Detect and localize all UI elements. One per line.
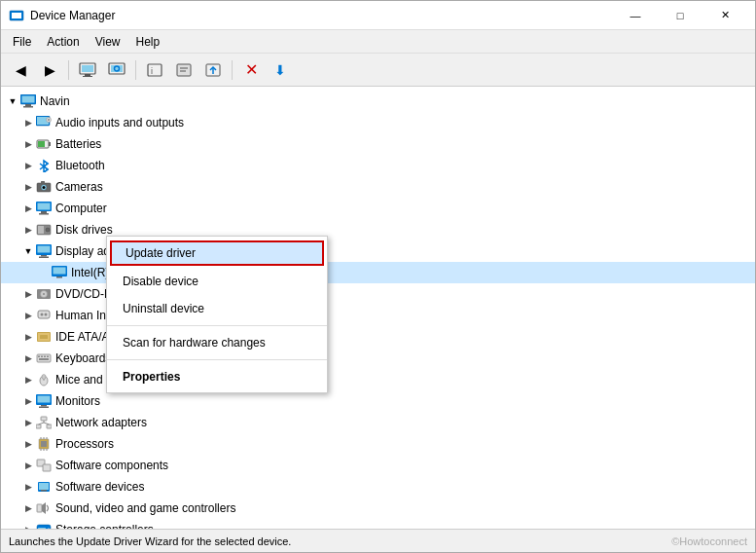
chevron-cameras: ▶ <box>20 179 36 195</box>
tree-audio[interactable]: ▶ Audio inputs and outputs <box>1 112 755 133</box>
title-controls: — □ ✕ <box>613 1 747 30</box>
svg-point-23 <box>48 119 50 121</box>
toolbar-sep3 <box>232 60 233 80</box>
chevron-root: ▼ <box>5 93 20 109</box>
bluetooth-label: Bluetooth <box>55 159 105 172</box>
maximize-button[interactable]: □ <box>658 1 702 30</box>
svg-rect-4 <box>85 74 90 76</box>
svg-rect-19 <box>23 106 33 108</box>
cameras-icon <box>36 179 52 195</box>
sound-icon <box>36 500 52 516</box>
tree-bluetooth[interactable]: ▶ Bluetooth <box>1 155 755 176</box>
svg-rect-41 <box>39 257 49 259</box>
close-button[interactable]: ✕ <box>702 1 747 30</box>
chevron-sound: ▶ <box>20 500 36 516</box>
ctx-properties[interactable]: Properties <box>107 363 327 390</box>
chevron-display: ▼ <box>20 243 36 259</box>
svg-rect-44 <box>56 276 62 278</box>
app-icon <box>9 8 24 23</box>
tree-root[interactable]: ▼ Navin <box>1 91 755 112</box>
svg-line-71 <box>44 423 50 424</box>
display-icon <box>36 243 52 259</box>
tree-batteries[interactable]: ▶ Batteries <box>1 133 755 155</box>
tree-software-comp[interactable]: ▶ Software components <box>1 455 755 476</box>
chevron-bluetooth: ▶ <box>20 158 36 173</box>
chevron-keyboard: ▶ <box>20 350 36 366</box>
menu-help[interactable]: Help <box>128 33 168 51</box>
svg-rect-25 <box>49 142 51 146</box>
toolbar-delete[interactable]: ✕ <box>237 57 265 83</box>
status-text: Launches the Update Driver Wizard for th… <box>9 535 291 547</box>
cameras-label: Cameras <box>55 180 103 194</box>
ctx-disable[interactable]: Disable device <box>107 268 327 295</box>
svg-rect-84 <box>41 490 47 492</box>
chevron-dvd: ▶ <box>20 286 36 302</box>
svg-rect-67 <box>36 424 41 428</box>
toolbar-computer[interactable] <box>74 57 101 83</box>
svg-rect-43 <box>54 268 66 275</box>
chevron-human: ▶ <box>20 308 36 323</box>
title-bar: Device Manager — □ ✕ <box>1 1 755 30</box>
toolbar-scan[interactable] <box>199 57 227 83</box>
toolbar-forward[interactable]: ▶ <box>36 57 63 83</box>
svg-text:i: i <box>151 66 153 76</box>
svg-rect-36 <box>38 226 44 234</box>
toolbar-download[interactable]: ⬇ <box>267 57 294 83</box>
tree-cameras[interactable]: ▶ Cameras <box>1 176 755 198</box>
menu-view[interactable]: View <box>88 33 128 51</box>
ctx-uninstall[interactable]: Uninstall device <box>107 295 327 322</box>
dvd-icon <box>36 286 52 302</box>
svg-rect-53 <box>40 335 48 339</box>
chevron-network: ▶ <box>20 415 36 430</box>
toolbar-sep2 <box>135 60 136 80</box>
software-dev-label: Software devices <box>55 480 144 494</box>
svg-point-49 <box>41 313 44 316</box>
network-icon <box>36 415 52 430</box>
tree-sound[interactable]: ▶ Sound, video and game controllers <box>1 498 755 519</box>
chevron-mice: ▶ <box>20 372 36 387</box>
svg-rect-63 <box>38 396 51 403</box>
ctx-uninstall-label: Uninstall device <box>123 302 204 315</box>
toolbar-update[interactable]: i <box>141 57 168 83</box>
svg-rect-66 <box>41 417 47 421</box>
ctx-update-driver[interactable]: Update driver <box>110 240 324 266</box>
watermark: ©Howtoconnect <box>671 535 747 547</box>
svg-rect-11 <box>177 64 191 76</box>
toolbar-show-hidden[interactable] <box>103 57 130 83</box>
svg-rect-81 <box>43 464 51 471</box>
svg-line-70 <box>39 423 45 424</box>
tree-network[interactable]: ▶ Network adapters <box>1 412 755 433</box>
svg-rect-68 <box>47 424 52 428</box>
toolbar-back[interactable]: ◀ <box>7 57 34 83</box>
svg-rect-64 <box>41 405 47 407</box>
svg-rect-34 <box>39 213 49 215</box>
svg-point-29 <box>43 186 46 189</box>
minimize-button[interactable]: — <box>613 1 658 30</box>
svg-rect-88 <box>38 528 46 529</box>
storage-icon <box>36 522 52 529</box>
menu-action[interactable]: Action <box>39 33 87 51</box>
svg-rect-5 <box>83 76 92 77</box>
computer-icon <box>20 93 36 109</box>
chevron-processors: ▶ <box>20 436 36 452</box>
keyboard-icon <box>36 350 52 366</box>
tree-computer[interactable]: ▶ Computer <box>1 198 755 219</box>
toolbar-properties[interactable] <box>170 57 198 83</box>
storage-label: Storage controllers <box>55 523 154 529</box>
network-label: Network adapters <box>55 416 147 429</box>
monitors-icon <box>36 393 52 409</box>
tree-processors[interactable]: ▶ Processors <box>1 433 755 455</box>
ide-icon <box>36 329 52 345</box>
toolbar-sep1 <box>68 60 69 80</box>
human-icon <box>36 308 52 323</box>
ctx-scan[interactable]: Scan for hardware changes <box>107 329 327 356</box>
tree-software-dev[interactable]: ▶ Software devices <box>1 476 755 498</box>
mice-icon <box>36 372 52 387</box>
svg-rect-56 <box>41 356 43 358</box>
menu-file[interactable]: File <box>5 33 39 51</box>
audio-icon <box>36 115 52 130</box>
tree-monitors[interactable]: ▶ Monitors <box>1 390 755 412</box>
svg-rect-83 <box>39 483 49 490</box>
svg-rect-59 <box>39 358 49 360</box>
tree-storage[interactable]: ▶ Storage controllers <box>1 519 755 529</box>
